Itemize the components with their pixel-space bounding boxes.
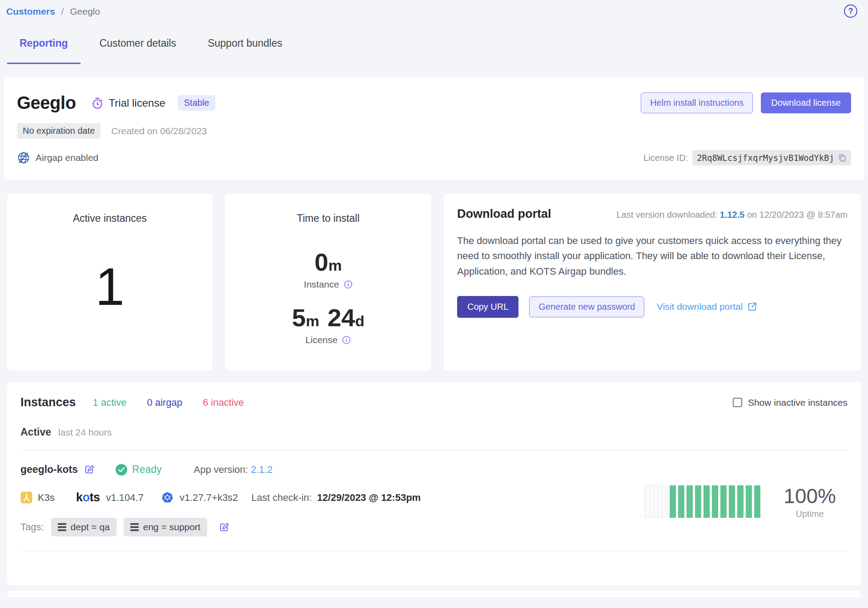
license-type: Trial license: [91, 97, 165, 109]
uptime-bar-up: [670, 485, 676, 518]
instance-time-label: Instance: [304, 279, 339, 290]
tab-support-bundles[interactable]: Support bundles: [195, 37, 295, 64]
customer-reporting-page: Customers / Geeglo ? Reporting Customer …: [0, 0, 868, 597]
uptime-bar-up: [712, 485, 718, 518]
uptime-bar-up: [737, 485, 743, 518]
uptime-bar-empty: [644, 485, 651, 518]
tag-lines-icon: [130, 523, 139, 531]
license-time-value1: 5: [292, 304, 306, 332]
uptime-bar-up: [678, 485, 684, 518]
license-type-label: Trial license: [109, 97, 165, 109]
uptime-bar-up: [687, 485, 693, 518]
uptime-bar-up: [695, 485, 701, 518]
uptime-bar-up: [703, 485, 710, 518]
last-checkin-value: 12/29/2023 @ 12:53pm: [317, 492, 421, 504]
breadcrumb-current: Geeglo: [70, 6, 100, 16]
uptime-bar-up: [754, 485, 760, 518]
show-inactive-toggle[interactable]: Show inactive instances: [733, 397, 848, 408]
instance-row: geeglo-kots Ready: [20, 450, 848, 536]
distro-label: K3s: [38, 492, 55, 504]
active-instances-title: Active instances: [16, 212, 204, 224]
external-link-icon: [747, 301, 758, 312]
time-to-install-title: Time to install: [234, 212, 422, 224]
uptime-value: 100%: [784, 484, 836, 508]
tab-bar: Reporting Customer details Support bundl…: [7, 37, 864, 64]
divider: [20, 551, 848, 551]
customer-name: Geeglo: [17, 93, 76, 113]
active-section-sublabel: last 24 hours: [58, 427, 112, 438]
tab-customer-details[interactable]: Customer details: [87, 37, 189, 64]
kubernetes-icon: [161, 492, 173, 504]
license-id-chip[interactable]: 2Rq8WLcsjfxqrMysjvB1WodYkBj: [692, 150, 851, 165]
last-version-downloaded: Last version downloaded: 1.12.5 on 12/20…: [616, 210, 848, 220]
customer-summary-card: Geeglo Trial license Stable Helm install…: [4, 77, 864, 180]
airgap-globe-icon: [17, 151, 30, 164]
uptime-bar-up: [729, 485, 735, 518]
tags-label: Tags:: [20, 521, 44, 533]
kots-logo-o: o: [82, 491, 89, 504]
instances-panel: Instances 1 active 0 airgap 6 inactive S…: [7, 382, 861, 586]
show-inactive-checkbox[interactable]: [733, 398, 742, 407]
breadcrumb-customers-link[interactable]: Customers: [6, 6, 55, 16]
active-section-label: Active: [20, 426, 51, 438]
last-version-link[interactable]: 1.12.5: [720, 210, 745, 220]
uptime-bar-up: [720, 485, 727, 518]
instance-info-icon[interactable]: [344, 280, 353, 289]
breadcrumb: Customers / Geeglo: [4, 5, 864, 18]
copy-icon[interactable]: [838, 153, 847, 162]
instance-status: Ready: [116, 464, 161, 476]
breadcrumb-separator: /: [61, 6, 64, 16]
tag-lines-icon: [58, 523, 66, 531]
edit-tags-icon[interactable]: [219, 522, 230, 533]
instances-title: Instances: [20, 396, 76, 409]
tab-reporting[interactable]: Reporting: [7, 37, 80, 64]
instance-time-value: 0: [314, 248, 328, 276]
ready-check-icon: [116, 464, 127, 476]
show-inactive-label: Show inactive instances: [748, 397, 848, 408]
license-time-unit1: m: [306, 312, 319, 329]
active-instances-card: Active instances 1: [7, 194, 213, 371]
kots-logo: kots: [76, 491, 100, 504]
active-count-link[interactable]: 1 active: [93, 397, 127, 408]
uptime-bar-up: [746, 485, 752, 518]
download-portal-card: Download portal Last version downloaded:…: [444, 194, 861, 371]
inactive-count-link[interactable]: 6 inactive: [203, 397, 244, 408]
last-checkin-label: Last check-in:: [251, 492, 312, 504]
download-portal-title: Download portal: [457, 207, 551, 221]
tag-badge: eng = support: [124, 518, 207, 536]
k8s-version: v1.27.7+k3s2: [180, 492, 238, 504]
uptime-bar-empty: [653, 485, 659, 518]
kots-version: v1.104.7: [106, 492, 143, 504]
help-icon[interactable]: ?: [844, 4, 857, 18]
instance-name: geeglo-kots: [20, 464, 78, 476]
visit-download-portal-link[interactable]: Visit download portal: [657, 301, 758, 312]
license-id-value: 2Rq8WLcsjfxqrMysjvB1WodYkBj: [697, 153, 834, 163]
next-section-card-edge: [7, 591, 861, 597]
instance-time-unit: m: [328, 257, 342, 274]
tag-badge: dept = qa: [51, 518, 117, 536]
active-instances-value: 1: [16, 256, 204, 317]
time-to-install-card: Time to install 0m Instance 5m 24d: [225, 194, 431, 371]
metrics-row: Active instances 1 Time to install 0m In…: [7, 194, 861, 371]
copy-url-button[interactable]: Copy URL: [457, 296, 518, 318]
instance-status-label: Ready: [132, 464, 161, 476]
uptime-bar-empty: [661, 485, 667, 518]
airgap-enabled-label: Airgap enabled: [36, 152, 98, 163]
license-info-icon[interactable]: [342, 336, 351, 344]
k3s-icon: [20, 492, 32, 504]
expiration-badge: No expiration date: [17, 123, 100, 139]
edit-instance-name-icon[interactable]: [84, 464, 95, 475]
download-portal-description: The download portal can be used to give …: [457, 233, 848, 279]
license-id-label: License ID:: [643, 153, 688, 163]
generate-new-password-button[interactable]: Generate new password: [529, 296, 644, 317]
created-on-text: Created on 06/28/2023: [111, 126, 207, 136]
helm-install-instructions-button[interactable]: Helm install instructions: [641, 92, 753, 113]
download-license-button[interactable]: Download license: [761, 92, 851, 113]
license-time-value2: 24: [327, 304, 355, 332]
distro: K3s: [20, 492, 55, 504]
airgap-count-link[interactable]: 0 airgap: [147, 397, 182, 408]
uptime-bar-chart: [644, 485, 760, 518]
app-version-link[interactable]: 2.1.2: [251, 464, 273, 475]
trial-timer-icon: [91, 97, 104, 109]
channel-badge: Stable: [178, 95, 216, 111]
